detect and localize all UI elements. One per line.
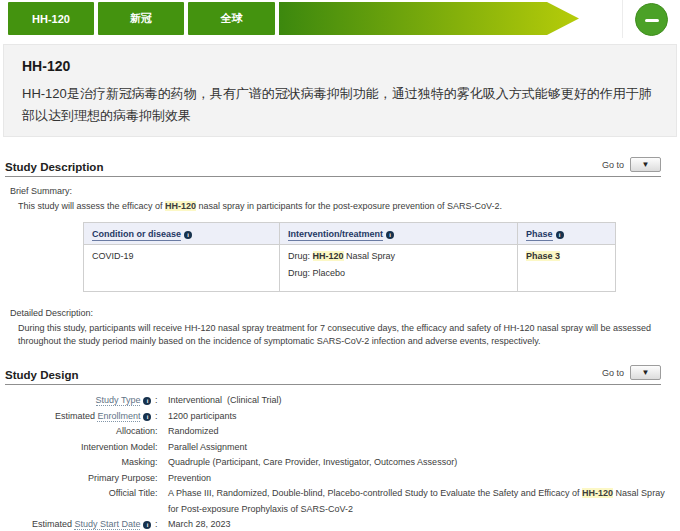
tab-xinguan[interactable]: 新冠	[98, 2, 184, 35]
intervention-cell: Drug: HH-120 Nasal Spray Drug: Placebo	[280, 245, 518, 292]
minus-icon[interactable]	[635, 3, 668, 36]
brief-summary-pre: This study will assess the efficacy of	[18, 201, 165, 211]
condition-table: Condition or diseasei Intervention/treat…	[83, 222, 616, 292]
intervention-line: Drug: HH-120 Nasal Spray	[288, 251, 509, 261]
brief-summary-text: This study will assess the efficacy of H…	[18, 200, 660, 213]
intervention-term-link[interactable]: Intervention/treatment	[288, 229, 383, 241]
highlight-hh120: HH-120	[313, 251, 344, 261]
header-condition: Condition or diseasei	[84, 223, 280, 245]
row-study-type: Study Typei : Interventional (Clinical T…	[0, 393, 680, 409]
tab-hh-120[interactable]: HH-120	[8, 2, 94, 35]
goto-dropdown[interactable]: ▼	[630, 157, 661, 172]
study-design-header: Study Design Go to ▼	[5, 365, 661, 385]
goto-label: Go to	[602, 368, 624, 378]
header-phase: Phasei	[518, 223, 616, 245]
phase-badge: Phase 3	[526, 251, 560, 261]
detailed-description-label: Detailed Description:	[10, 308, 680, 318]
enrollment-link[interactable]: Enrollment	[97, 411, 140, 422]
section-title: Study Description	[5, 161, 103, 173]
tab-quanqiu[interactable]: 全球	[188, 2, 275, 35]
study-type-link[interactable]: Study Type	[96, 395, 141, 406]
brief-summary-post: nasal spray in participants for the post…	[196, 201, 502, 211]
info-icon[interactable]: i	[386, 231, 394, 239]
info-icon[interactable]: i	[143, 413, 151, 421]
phase-cell: Phase 3	[518, 245, 616, 292]
field-value: Quadruple (Participant, Care Provider, I…	[168, 455, 457, 471]
condition-term-link[interactable]: Condition or disease	[92, 229, 181, 241]
study-description-header: Study Description Go to ▼	[5, 157, 661, 177]
table-header-row: Condition or diseasei Intervention/treat…	[84, 223, 616, 245]
row-allocation: Allocation: Randomized	[0, 424, 680, 440]
info-icon[interactable]: i	[143, 397, 151, 405]
section-title: Study Design	[5, 369, 78, 381]
field-value: Parallel Assignment	[168, 440, 247, 456]
phase-term-link[interactable]: Phase	[526, 229, 553, 241]
collapse-zone	[622, 0, 680, 38]
row-primary-purpose: Primary Purpose: Prevention	[0, 471, 680, 487]
goto-control: Go to ▼	[602, 157, 661, 172]
goto-dropdown[interactable]: ▼	[630, 365, 661, 380]
condition-cell: COVID-19	[84, 245, 280, 292]
goto-label: Go to	[602, 160, 624, 170]
info-icon[interactable]: i	[143, 521, 151, 529]
info-icon[interactable]: i	[556, 231, 564, 239]
table-row: COVID-19 Drug: HH-120 Nasal Spray Drug: …	[84, 245, 616, 292]
row-official-title: Official Title: A Phase III, Randomized,…	[0, 486, 680, 517]
field-value: March 28, 2023	[168, 517, 231, 531]
row-intervention-model: Intervention Model: Parallel Assignment	[0, 440, 680, 456]
drug-description: HH-120是治疗新冠病毒的药物，具有广谱的冠状病毒抑制功能，通过独特的雾化吸入…	[22, 83, 658, 127]
study-design-list: Study Typei : Interventional (Clinical T…	[0, 393, 680, 531]
row-enrollment: Estimated Enrollmenti : 1200 participant…	[0, 409, 680, 425]
detailed-description-text: During this study, participants will rec…	[18, 322, 660, 348]
field-value: Randomized	[168, 424, 219, 440]
field-value: Interventional (Clinical Trial)	[168, 393, 282, 409]
goto-control: Go to ▼	[602, 365, 661, 380]
brief-summary-label: Brief Summary:	[10, 186, 680, 196]
highlight-hh120: HH-120	[582, 488, 613, 498]
header-intervention: Intervention/treatmenti	[280, 223, 518, 245]
intervention-line: Drug: Placebo	[288, 268, 509, 278]
highlight-hh120: HH-120	[165, 201, 196, 211]
field-value: 1200 participants	[168, 409, 237, 425]
progress-arrow	[279, 2, 579, 35]
study-start-date-link[interactable]: Study Start Date	[74, 519, 140, 530]
drug-summary-box: HH-120 HH-120是治疗新冠病毒的药物，具有广谱的冠状病毒抑制功能，通过…	[3, 44, 677, 137]
row-study-start-date: Estimated Study Start Datei : March 28, …	[0, 517, 680, 531]
field-value: Prevention	[168, 471, 211, 487]
field-value: A Phase III, Randomized, Double-blind, P…	[168, 486, 666, 517]
row-masking: Masking: Quadruple (Participant, Care Pr…	[0, 455, 680, 471]
drug-title: HH-120	[22, 58, 658, 74]
breadcrumb-bar: HH-120 新冠 全球	[0, 0, 680, 38]
info-icon[interactable]: i	[184, 231, 192, 239]
